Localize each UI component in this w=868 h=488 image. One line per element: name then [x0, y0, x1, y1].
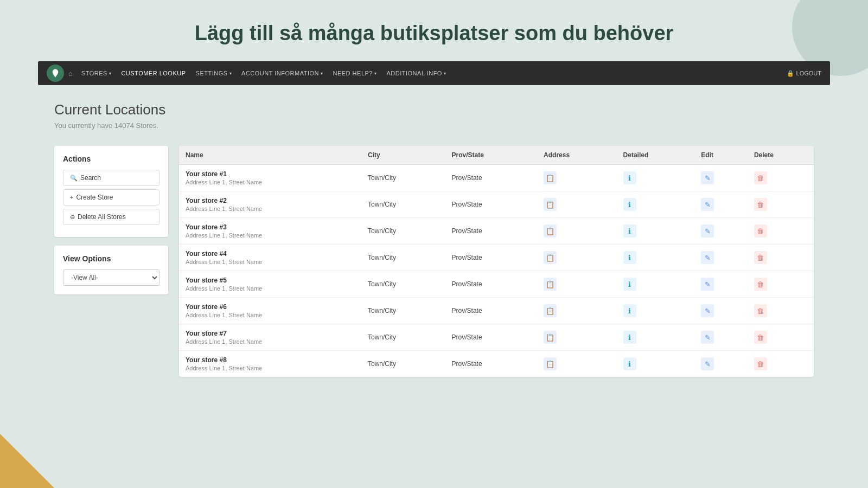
detailed-info-button[interactable]: ℹ [623, 251, 636, 264]
view-select[interactable]: -View All- [63, 269, 159, 286]
table-row: Your store #1 Address Line 1, Street Nam… [179, 165, 814, 191]
nav-stores[interactable]: STORES ▾ [81, 70, 112, 76]
cell-edit: ✎ [694, 271, 748, 298]
nav-logout[interactable]: 🔒 LOGOUT [787, 70, 821, 77]
delete-button[interactable]: 🗑 [754, 357, 767, 370]
nav-additional[interactable]: ADDITIONAL INFO ▾ [386, 70, 446, 76]
cell-name: Your store #8 Address Line 1, Street Nam… [179, 351, 361, 377]
edit-button[interactable]: ✎ [701, 357, 714, 370]
cell-address-icon: 📋 [537, 271, 616, 298]
cell-name: Your store #1 Address Line 1, Street Nam… [179, 165, 361, 191]
cell-edit: ✎ [694, 245, 748, 271]
cell-prov: Prov/State [445, 165, 538, 191]
cell-city: Town/City [361, 245, 445, 271]
cell-delete: 🗑 [748, 165, 814, 191]
nav-home[interactable]: ⌂ [68, 69, 73, 78]
address-icon-button[interactable]: 📋 [544, 251, 557, 264]
search-button[interactable]: 🔍 Search [63, 170, 159, 186]
col-detailed: Detailed [617, 146, 695, 165]
edit-button[interactable]: ✎ [701, 331, 714, 344]
edit-button[interactable]: ✎ [701, 198, 714, 211]
edit-button[interactable]: ✎ [701, 251, 714, 264]
cell-prov: Prov/State [445, 324, 538, 351]
logo[interactable] [47, 65, 64, 82]
address-icon-button[interactable]: 📋 [544, 304, 557, 317]
delete-button[interactable]: 🗑 [754, 224, 767, 237]
col-address: Address [537, 146, 616, 165]
detailed-info-button[interactable]: ℹ [623, 357, 636, 370]
actions-title: Actions [63, 155, 159, 163]
detailed-info-button[interactable]: ℹ [623, 278, 636, 291]
delete-button[interactable]: 🗑 [754, 251, 767, 264]
edit-button[interactable]: ✎ [701, 304, 714, 317]
cell-city: Town/City [361, 298, 445, 324]
col-prov: Prov/State [445, 146, 538, 165]
chevron-icon: ▾ [374, 71, 377, 76]
cell-name: Your store #2 Address Line 1, Street Nam… [179, 191, 361, 218]
table-row: Your store #3 Address Line 1, Street Nam… [179, 218, 814, 245]
cell-edit: ✎ [694, 191, 748, 218]
hero-title: Lägg till så många butiksplatser som du … [11, 22, 857, 45]
detailed-info-button[interactable]: ℹ [623, 304, 636, 317]
sidebar: Actions 🔍 Search + Create Store ⊖ Delete… [54, 146, 168, 303]
chevron-icon: ▾ [109, 71, 112, 76]
cell-name: Your store #4 Address Line 1, Street Nam… [179, 245, 361, 271]
detailed-info-button[interactable]: ℹ [623, 198, 636, 211]
cell-city: Town/City [361, 351, 445, 377]
cell-prov: Prov/State [445, 245, 538, 271]
cell-name: Your store #6 Address Line 1, Street Nam… [179, 298, 361, 324]
delete-button[interactable]: 🗑 [754, 171, 767, 184]
cell-prov: Prov/State [445, 191, 538, 218]
cell-detailed: ℹ [617, 218, 695, 245]
address-icon-button[interactable]: 📋 [544, 357, 557, 370]
edit-button[interactable]: ✎ [701, 171, 714, 184]
table-row: Your store #8 Address Line 1, Street Nam… [179, 351, 814, 377]
cell-city: Town/City [361, 165, 445, 191]
cell-detailed: ℹ [617, 165, 695, 191]
edit-button[interactable]: ✎ [701, 224, 714, 237]
cell-city: Town/City [361, 324, 445, 351]
address-icon-button[interactable]: 📋 [544, 224, 557, 237]
edit-button[interactable]: ✎ [701, 278, 714, 291]
cell-address-icon: 📋 [537, 324, 616, 351]
chevron-icon: ▾ [321, 71, 323, 76]
navbar: ⌂ STORES ▾ CUSTOMER LOOKUP SETTINGS ▾ AC… [38, 61, 830, 85]
delete-button[interactable]: 🗑 [754, 278, 767, 291]
delete-button[interactable]: 🗑 [754, 304, 767, 317]
actions-card: Actions 🔍 Search + Create Store ⊖ Delete… [54, 146, 168, 237]
cell-detailed: ℹ [617, 298, 695, 324]
table-row: Your store #7 Address Line 1, Street Nam… [179, 324, 814, 351]
cell-name: Your store #3 Address Line 1, Street Nam… [179, 218, 361, 245]
view-options-card: View Options -View All- [54, 246, 168, 294]
col-city: City [361, 146, 445, 165]
detailed-info-button[interactable]: ℹ [623, 171, 636, 184]
cell-prov: Prov/State [445, 271, 538, 298]
chevron-icon: ▾ [229, 71, 232, 76]
delete-button[interactable]: 🗑 [754, 331, 767, 344]
address-icon-button[interactable]: 📋 [544, 198, 557, 211]
delete-all-stores-button[interactable]: ⊖ Delete All Stores [63, 209, 159, 225]
create-store-button[interactable]: + Create Store [63, 189, 159, 206]
nav-help[interactable]: NEED HELP? ▾ [333, 70, 377, 76]
cell-detailed: ℹ [617, 271, 695, 298]
nav-settings[interactable]: SETTINGS ▾ [196, 70, 232, 76]
cell-detailed: ℹ [617, 351, 695, 377]
cell-detailed: ℹ [617, 191, 695, 218]
address-icon-button[interactable]: 📋 [544, 171, 557, 184]
delete-button[interactable]: 🗑 [754, 198, 767, 211]
cell-address-icon: 📋 [537, 351, 616, 377]
stores-table: Name City Prov/State Address Detailed Ed… [179, 146, 814, 377]
detailed-info-button[interactable]: ℹ [623, 224, 636, 237]
nav-account[interactable]: ACCOUNT INFORMATION ▾ [241, 70, 323, 76]
address-icon-button[interactable]: 📋 [544, 331, 557, 344]
main-content: Current Locations You currently have 140… [0, 85, 868, 393]
cell-name: Your store #5 Address Line 1, Street Nam… [179, 271, 361, 298]
cell-prov: Prov/State [445, 218, 538, 245]
cell-edit: ✎ [694, 351, 748, 377]
detailed-info-button[interactable]: ℹ [623, 331, 636, 344]
address-icon-button[interactable]: 📋 [544, 278, 557, 291]
search-icon: 🔍 [70, 175, 78, 182]
section-title: Current Locations [54, 101, 814, 118]
nav-customer-lookup[interactable]: CUSTOMER LOOKUP [121, 70, 186, 76]
table-row: Your store #6 Address Line 1, Street Nam… [179, 298, 814, 324]
